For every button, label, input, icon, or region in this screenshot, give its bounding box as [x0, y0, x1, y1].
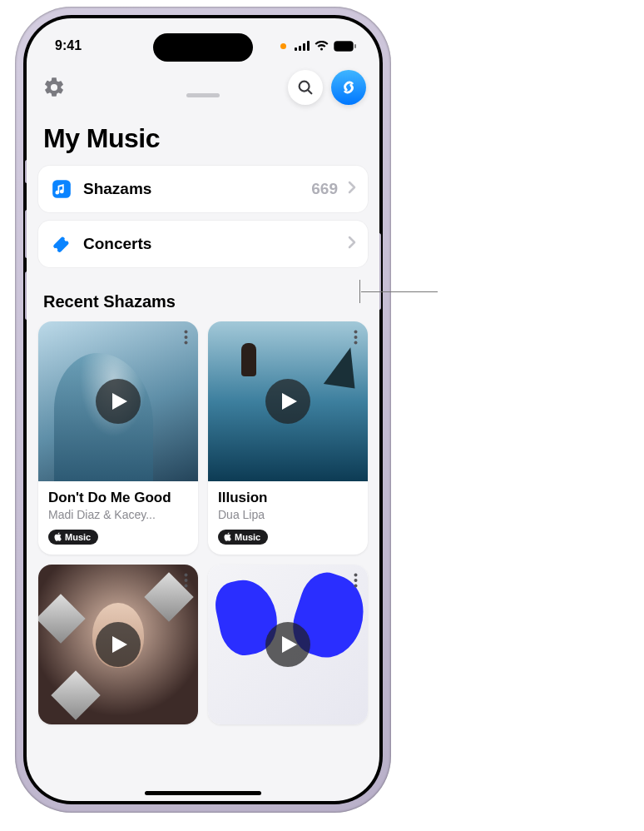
pull-indicator-wrap: [27, 93, 379, 97]
search-button[interactable]: [288, 70, 323, 105]
svg-rect-3: [307, 41, 310, 51]
play-button[interactable]: [265, 379, 310, 424]
concerts-row[interactable]: Concerts: [38, 221, 368, 267]
recent-grid: Don't Do Me Good Madi Diaz & Kacey... Mu…: [27, 321, 379, 724]
play-icon: [111, 391, 129, 411]
svg-point-18: [185, 585, 188, 588]
album-art: [38, 565, 198, 724]
svg-point-19: [354, 574, 358, 577]
card-more-button[interactable]: [350, 326, 361, 351]
shazams-count: 669: [311, 180, 338, 198]
status-right: [280, 41, 356, 52]
album-art: [208, 565, 368, 724]
song-artist: Dua Lipa: [218, 508, 358, 521]
callout-line: [361, 291, 438, 292]
song-title: Illusion: [218, 490, 358, 506]
play-icon: [280, 391, 299, 411]
apple-music-badge[interactable]: Music: [218, 530, 268, 545]
more-vertical-icon: [354, 573, 358, 588]
apple-music-badge[interactable]: Music: [48, 530, 98, 545]
ticket-icon: [50, 232, 73, 256]
more-vertical-icon: [184, 573, 188, 588]
song-card[interactable]: Don't Do Me Good Madi Diaz & Kacey... Mu…: [38, 321, 198, 555]
play-icon: [111, 634, 129, 654]
svg-rect-2: [303, 43, 305, 51]
status-time: 9:41: [55, 38, 82, 53]
play-icon: [280, 634, 299, 654]
svg-point-17: [185, 579, 188, 582]
svg-point-20: [354, 579, 358, 582]
chevron-right-icon: [348, 181, 356, 197]
apple-icon: [54, 532, 62, 541]
svg-point-14: [354, 336, 358, 339]
apple-icon: [224, 532, 232, 541]
song-card[interactable]: [38, 565, 198, 724]
album-art: [208, 321, 368, 481]
svg-point-10: [185, 331, 188, 334]
phone-bezel: 9:41: [23, 15, 383, 804]
chevron-right-icon: [348, 236, 356, 252]
screen: 9:41: [27, 18, 379, 801]
svg-point-15: [354, 341, 358, 345]
app-header: [27, 63, 379, 108]
page-title: My Music: [27, 108, 379, 166]
dynamic-island: [153, 33, 253, 62]
badge-label: Music: [235, 532, 260, 542]
svg-rect-9: [52, 180, 71, 198]
shazam-button[interactable]: [331, 70, 366, 105]
card-more-button[interactable]: [181, 570, 191, 595]
svg-rect-5: [335, 42, 352, 50]
shazams-label: Shazams: [83, 180, 301, 198]
more-vertical-icon: [184, 330, 188, 345]
song-artist: Madi Diaz & Kacey...: [48, 508, 188, 521]
badge-label: Music: [65, 532, 91, 542]
svg-point-13: [354, 331, 358, 334]
svg-point-21: [354, 585, 358, 588]
music-note-icon: [50, 177, 73, 201]
play-button[interactable]: [265, 622, 310, 667]
song-card[interactable]: Illusion Dua Lipa Music: [208, 321, 368, 555]
svg-rect-6: [354, 44, 356, 48]
card-more-button[interactable]: [181, 326, 191, 351]
svg-rect-1: [299, 46, 301, 51]
svg-point-16: [185, 574, 188, 577]
callout-marker: [359, 280, 360, 303]
shazams-row[interactable]: Shazams 669: [38, 166, 368, 212]
play-button[interactable]: [96, 622, 141, 667]
concerts-label: Concerts: [83, 235, 338, 253]
svg-rect-0: [295, 47, 297, 51]
cellular-icon: [295, 41, 310, 51]
svg-point-12: [185, 341, 188, 345]
mic-indicator-dot: [280, 43, 286, 49]
card-more-button[interactable]: [350, 570, 361, 595]
battery-icon: [334, 41, 356, 52]
wifi-icon: [315, 41, 329, 51]
song-title: Don't Do Me Good: [48, 490, 188, 506]
song-card[interactable]: [208, 565, 368, 724]
play-button[interactable]: [96, 379, 141, 424]
phone-frame: 9:41: [15, 7, 391, 813]
svg-point-11: [185, 336, 188, 339]
album-art: [38, 321, 198, 481]
home-indicator[interactable]: [145, 791, 261, 795]
more-vertical-icon: [354, 330, 358, 345]
recent-header: Recent Shazams: [27, 276, 379, 321]
pull-indicator[interactable]: [186, 93, 220, 97]
